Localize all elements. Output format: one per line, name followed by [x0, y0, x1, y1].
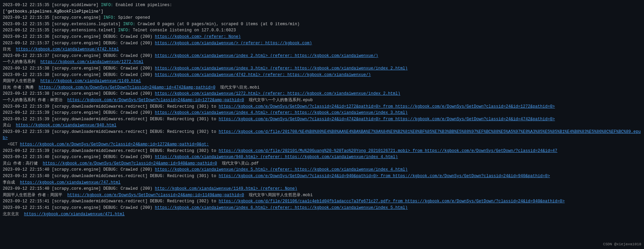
- log-link[interactable]: https://kgbook.com/xiandaiwenxue/): [287, 73, 371, 77]
- log-line: 2023-09-12 22:15:37 [scrapy.core.engine]…: [3, 53, 641, 59]
- log-link[interactable]: https://kgbook.com/xiandaiwenxue/940.htm…: [155, 155, 398, 159]
- log-link[interactable]: https://kgbook.com/e/DownSys/GetDown?cla…: [393, 174, 550, 178]
- log-link[interactable]: https://kgbook.com/xiandaiwenxue/index_3…: [295, 110, 408, 115]
- log-line: 一个人的鲁迅系列 https://kgbook.com/xiandaiwenxu…: [3, 59, 641, 65]
- log-line: 北京北京 https://kgbook.com/xiandaiwenxue/47…: [3, 211, 641, 218]
- log-link[interactable]: https://kgbook.com/e/DownSys/GetDown/?cl…: [219, 117, 555, 122]
- log-line: 2023-09-12 22:15:40 [scrapy.core.engine]…: [3, 186, 641, 192]
- log-link[interactable]: https://kgbook.com/e/DownSys/GetDown?cla…: [39, 85, 215, 90]
- log-line: 2023-09-12 22:15:41 [scrapy.downloadermi…: [3, 198, 641, 205]
- log-link[interactable]: https://kgbook.com/e/DownSys/GetDown/?cl…: [20, 142, 209, 147]
- log-link[interactable]: https://kgbook.com/xiandaiwenxue/index_4…: [155, 110, 408, 115]
- log-link[interactable]: https://kgbook.com/xiandaiwenxue/index_6…: [155, 205, 408, 210]
- log-line: 目光 作者：陶勇 https://kgbook.com/e/DownSys/Ge…: [3, 84, 641, 91]
- log-link[interactable]: https://kgbook.com/e/DownSys/GetDown?cla…: [395, 104, 555, 109]
- log-link[interactable]: https://kgbook.com/e/DownSys/GetDown/?cl…: [219, 174, 550, 178]
- log-link[interactable]: https://kgbook.com/d/file/201106/caa1c4e…: [219, 199, 565, 204]
- log-link[interactable]: https://kgbook.com/xiandaiwenxue/index_3…: [155, 66, 408, 71]
- log-line: 2023-09-12 22:15:38 [scrapy.core.engine]…: [3, 72, 641, 78]
- log-line: 一个人的鲁迅系列 作者：林贤治 https://kgbook.com/e/Dow…: [3, 97, 641, 104]
- log-line: 2023-09-12 22:15:38 [scrapy.core.engine]…: [3, 91, 641, 97]
- log-link[interactable]: https://kgbook.com/xiandaiwenxue/> (refe…: [155, 41, 312, 46]
- log-link[interactable]: https://kgbook.com/xiandaiwenxue/4742.ht…: [16, 47, 119, 52]
- log-line: 灵山 作者：高行健 https://kgbook.com/e/DownSys/G…: [3, 160, 641, 167]
- log-link[interactable]: https://kgbook.com/xiandaiwenxue/index_5…: [155, 167, 408, 172]
- log-line: 2023-09-12 22:15:35 [scrapy.middleware] …: [3, 2, 641, 9]
- log-line: 李自成 https://kgbook.com/xiandaiwenxue/747…: [3, 180, 641, 186]
- log-line: 周国平人生哲思录 作者：周国平 https://kgbook.com/e/Dow…: [3, 192, 641, 199]
- log-link[interactable]: https://kgbook.com/e/DownSys/GetDown?cla…: [43, 161, 217, 166]
- log-line: 周国平人生哲思录 http://kgbook.com/xiandaiwenxue…: [3, 78, 641, 84]
- log-link[interactable]: https://kgbook.com/xiandaiwenxue/index_5…: [295, 205, 408, 210]
- log-line: 2023-09-12 22:15:40 [scrapy.downloadermi…: [3, 173, 641, 180]
- log-link[interactable]: https://kgbook.com/xiandaiwenxue/1272.ht…: [40, 60, 143, 64]
- log-line: ['getbooks.pipelines.KgBookFilePipeline'…: [3, 9, 641, 15]
- log-link[interactable]: https://kgbook.com/xiandaiwenxue/940.htm…: [16, 123, 116, 128]
- log-line: 2023-09-12 22:15:39 [scrapy.downloadermi…: [3, 148, 641, 154]
- log-link[interactable]: http://kgbook.com/xiandaiwenxue/1149.htm…: [40, 79, 141, 83]
- log-link[interactable]: http://kgbook.com/xiandaiwenxue/1149.htm…: [155, 186, 297, 191]
- terminal-window: 2023-09-12 22:15:35 [scrapy.middleware] …: [0, 0, 644, 249]
- log-link[interactable]: https://kgbook.com/d/file/202101/Mu%20Gu…: [219, 149, 557, 153]
- log-link[interactable]: https://kgbook.com/xiandaiwenxue/): [295, 53, 378, 58]
- log-line: <GET https://kgbook.com/e/DownSys/GetDow…: [3, 141, 641, 148]
- log-line: 目光 https://kgbook.com/xiandaiwenxue/4742…: [3, 46, 641, 53]
- log-link[interactable]: https://kgbook.com/e/DownSys/GetDown/?cl…: [425, 149, 557, 153]
- log-line: 2023-09-12 22:15:39 [scrapy.core.engine]…: [3, 110, 641, 116]
- log-link[interactable]: https://kgbook.com/xiandaiwenxue/471.htm…: [24, 212, 124, 217]
- log-link[interactable]: https://kgbook.com/e/DownSys/GetDown/?cl…: [219, 104, 555, 109]
- log-link[interactable]: https://kgbook.com/e/DownSys/GetDown?cla…: [67, 193, 244, 198]
- log-line: 2023-09-12 22:15:36 [scrapy.core.engine]…: [3, 34, 641, 40]
- log-line: 2023-09-12 22:15:35 [scrapy.core.engine]…: [3, 15, 641, 21]
- log-line: 2023-09-12 22:15:39 [scrapy.downloadermi…: [3, 129, 641, 141]
- log-link[interactable]: https://kgbook.com/e/DownSys/GetDown?cla…: [395, 117, 555, 122]
- log-link[interactable]: https://kgbook.com> (referer: None): [155, 34, 241, 39]
- log-link[interactable]: https://kgbook.com/xiandaiwenxue/1272.ht…: [155, 91, 400, 96]
- log-link[interactable]: https://kgbook.com/xiandaiwenxue/index_2…: [287, 91, 400, 96]
- log-link[interactable]: https://kgbook.com/e/DownSys/GetDown/?cl…: [405, 199, 565, 204]
- log-line: 灵山 https://kgbook.com/xiandaiwenxue/940.…: [3, 122, 641, 129]
- log-line: 2023-09-12 22:15:39 [scrapy.downloadermi…: [3, 116, 641, 123]
- log-link[interactable]: https://kgbook.com): [265, 41, 312, 46]
- log-line: 2023-09-12 22:15:35 [scrapy.extensions.l…: [3, 21, 641, 28]
- log-line: 2023-09-12 22:15:40 [scrapy.core.engine]…: [3, 154, 641, 160]
- log-line: 2023-09-12 22:15:39 [scrapy.downloadermi…: [3, 104, 641, 110]
- log-link[interactable]: https://kgbook.com/xiandaiwenxue/index_2…: [295, 66, 408, 71]
- log-line: 2023-09-12 22:15:38 [scrapy.core.engine]…: [3, 65, 641, 72]
- log-link[interactable]: https://kgbook.com/xiandaiwenxue/747.htm…: [20, 180, 120, 185]
- watermark: CSDN @xiejava1018: [603, 242, 641, 246]
- log-link[interactable]: https://kgbook.com/xiandaiwenxue/index_4…: [285, 155, 398, 159]
- log-line: 2023-09-12 22:15:41 [scrapy.core.engine]…: [3, 205, 641, 211]
- log-link[interactable]: https://kgbook.com/e/DownSys/GetDown?cla…: [67, 98, 244, 103]
- log-link[interactable]: https://kgbook.com/xiandaiwenxue/4742.ht…: [155, 73, 371, 77]
- log-line: 2023-09-12 22:15:35 [scrapy.extensions.t…: [3, 27, 641, 34]
- log-line: 2023-09-12 22:15:40 [scrapy.core.engine]…: [3, 167, 641, 173]
- log-link[interactable]: https://kgbook.com/xiandaiwenxue/index_2…: [155, 53, 378, 58]
- log-line: 2023-09-12 22:15:37 [scrapy.core.engine]…: [3, 40, 641, 47]
- log-link[interactable]: https://kgbook.com/xiandaiwenxue/index_4…: [295, 167, 408, 172]
